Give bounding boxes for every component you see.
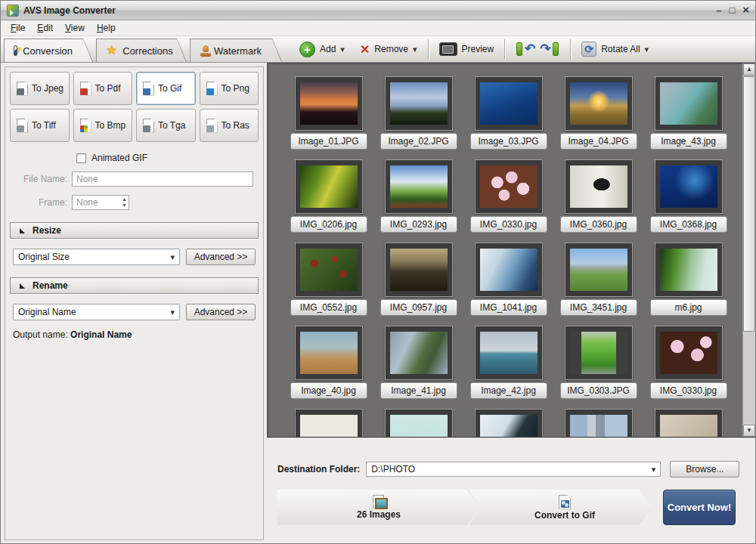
spin-down-icon[interactable] <box>122 202 127 209</box>
resize-section-header[interactable]: Resize <box>10 222 259 239</box>
remove-button[interactable]: Remove <box>352 42 425 57</box>
minimize-icon[interactable] <box>716 5 721 16</box>
menu-file[interactable]: File <box>5 21 30 35</box>
thumbnail-item[interactable]: Image_01.JPG <box>284 76 373 159</box>
menu-edit[interactable]: Edit <box>32 21 58 35</box>
thumbnail-frame[interactable] <box>295 159 363 214</box>
tab-conversion[interactable]: Conversion <box>4 39 93 62</box>
thumbnail-item[interactable] <box>643 409 733 437</box>
thumbnail-image[interactable] <box>300 82 358 125</box>
thumbnail-image[interactable] <box>480 415 538 437</box>
thumbnail-image[interactable] <box>660 82 717 125</box>
thumbnail-image[interactable] <box>300 249 358 291</box>
thumbnail-item[interactable]: IMG_0957.jpg <box>373 243 463 326</box>
rotate-right-icon[interactable] <box>540 41 559 57</box>
thumbnail-image[interactable] <box>660 332 717 374</box>
tab-corrections[interactable]: Corrections <box>96 39 187 62</box>
format-to-bmp-button[interactable]: To Bmp <box>73 109 133 142</box>
thumbnail-image[interactable] <box>480 165 538 208</box>
thumbnail-item[interactable]: Image_03.JPG <box>463 76 553 159</box>
thumbnail-item[interactable]: IMG_0330.jpg <box>643 326 733 409</box>
format-to-jpeg-button[interactable]: To Jpeg <box>10 72 70 105</box>
thumbnail-image[interactable] <box>300 415 358 437</box>
thumbnail-frame[interactable] <box>475 409 543 437</box>
thumbnail-image[interactable] <box>390 82 448 125</box>
maximize-icon[interactable] <box>729 5 735 16</box>
menu-view[interactable]: View <box>60 21 90 35</box>
thumbnail-frame[interactable] <box>385 326 453 380</box>
thumbnail-image[interactable] <box>390 249 448 291</box>
thumbnail-image[interactable] <box>390 165 448 208</box>
thumbnail-image[interactable] <box>570 332 627 374</box>
format-to-tiff-button[interactable]: To Tiff <box>10 109 70 142</box>
thumbnail-frame[interactable] <box>475 243 543 297</box>
thumbnail-frame[interactable] <box>475 159 543 214</box>
thumbnail-frame[interactable] <box>655 409 723 437</box>
thumbnail-image[interactable] <box>480 82 538 125</box>
thumbnail-image[interactable] <box>660 249 717 291</box>
thumbnail-image[interactable] <box>570 415 627 437</box>
rotate-all-button[interactable]: Rotate All <box>574 42 656 57</box>
thumbnail-frame[interactable] <box>385 409 453 437</box>
thumbnail-frame[interactable] <box>385 243 453 297</box>
thumbnail-frame[interactable] <box>655 243 723 297</box>
thumbnail-item[interactable]: IMG_0360.jpg <box>553 159 643 243</box>
thumbnail-image[interactable] <box>390 332 448 374</box>
thumbnail-frame[interactable] <box>295 243 363 297</box>
thumbnail-image[interactable] <box>300 165 358 208</box>
thumbnail-item[interactable] <box>463 409 553 437</box>
preview-button[interactable]: Preview <box>432 42 502 56</box>
thumbnail-frame[interactable] <box>565 76 633 131</box>
thumbnail-frame[interactable] <box>565 326 633 380</box>
resize-dropdown[interactable]: Original Size <box>13 249 180 265</box>
thumbnail-item[interactable]: Image_41.jpg <box>373 326 463 409</box>
thumbnail-item[interactable]: IMG_3451.jpg <box>553 243 643 326</box>
thumbnail-item[interactable] <box>284 409 373 437</box>
thumbnail-item[interactable]: Image_04.JPG <box>553 76 643 159</box>
thumbnail-frame[interactable] <box>385 159 453 214</box>
thumbnail-frame[interactable] <box>295 76 363 131</box>
thumbnail-item[interactable]: IMG_0368.jpg <box>643 159 733 243</box>
thumbnail-image[interactable] <box>300 332 358 374</box>
thumbnail-item[interactable] <box>373 409 463 437</box>
thumbnail-item[interactable]: Image_02.JPG <box>373 76 463 159</box>
thumbnail-image[interactable] <box>570 249 627 291</box>
animated-gif-checkbox[interactable] <box>76 153 86 163</box>
spin-up-icon[interactable] <box>122 196 127 202</box>
add-dropdown-icon[interactable] <box>340 44 345 54</box>
destination-folder-combobox[interactable]: D:\PHOTO <box>366 462 661 477</box>
thumbnail-frame[interactable] <box>475 76 543 131</box>
browse-button[interactable]: Browse... <box>670 461 739 478</box>
format-to-gif-button[interactable]: To Gif <box>136 72 196 105</box>
thumbnail-frame[interactable] <box>565 243 633 297</box>
thumbnail-item[interactable]: IMG_1041.jpg <box>463 243 553 326</box>
thumbnail-image[interactable] <box>570 165 627 208</box>
format-to-png-button[interactable]: To Png <box>200 72 259 105</box>
rotate-all-dropdown-icon[interactable] <box>645 44 649 54</box>
thumbnail-image[interactable] <box>480 332 538 374</box>
tab-watermark[interactable]: Watermark <box>190 39 282 62</box>
remove-dropdown-icon[interactable] <box>413 44 417 54</box>
thumbnail-frame[interactable] <box>565 409 633 437</box>
resize-advanced-button[interactable]: Advanced >> <box>186 249 256 265</box>
close-icon[interactable] <box>742 5 749 16</box>
rename-dropdown[interactable]: Original Name <box>13 304 180 320</box>
gallery-scrollbar[interactable] <box>742 63 755 437</box>
format-to-pdf-button[interactable]: To Pdf <box>73 72 133 105</box>
frame-stepper[interactable]: None <box>72 195 129 210</box>
thumbnail-frame[interactable] <box>385 76 453 131</box>
thumbnail-item[interactable]: Image_43.jpg <box>643 76 733 159</box>
thumbnail-frame[interactable] <box>295 409 363 437</box>
thumbnail-item[interactable]: Image_42.jpg <box>463 326 553 409</box>
thumbnail-image[interactable] <box>660 415 717 437</box>
thumbnail-item[interactable] <box>553 409 643 437</box>
rotate-left-icon[interactable] <box>516 41 535 57</box>
thumbnail-item[interactable]: m6.jpg <box>643 243 733 326</box>
menu-help[interactable]: Help <box>91 21 121 35</box>
thumbnail-item[interactable]: IMG_0293.jpg <box>373 159 463 243</box>
file-name-input[interactable]: None <box>72 172 253 187</box>
thumbnail-frame[interactable] <box>655 76 723 131</box>
thumbnail-frame[interactable] <box>475 326 543 380</box>
rename-advanced-button[interactable]: Advanced >> <box>186 304 256 320</box>
thumbnail-image[interactable] <box>390 415 448 437</box>
